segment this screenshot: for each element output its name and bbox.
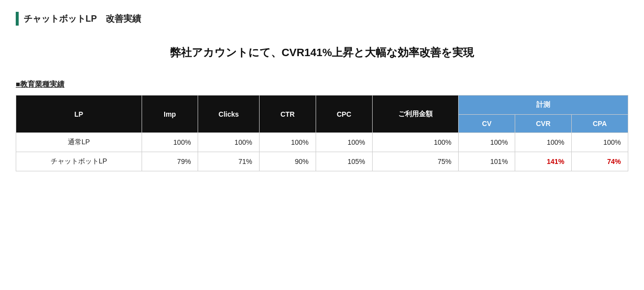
col-header-cpa: CPA: [571, 115, 628, 133]
cell-cvr: 141%: [515, 152, 572, 171]
cell-clicks: 71%: [198, 152, 260, 171]
col-header-cv: CV: [459, 115, 515, 133]
table-row: チャットボットLP79%71%90%105%75%101%141%74%: [16, 152, 628, 171]
cell-cpc: 100%: [316, 133, 372, 152]
cell-lp: 通常LP: [16, 133, 142, 152]
col-header-cvr: CVR: [515, 115, 572, 133]
cell-usage: 75%: [372, 152, 459, 171]
col-header-ctr: CTR: [259, 96, 316, 133]
col-header-cpc: CPC: [316, 96, 372, 133]
col-header-usage: ご利用金額: [372, 96, 459, 133]
cell-lp: チャットボットLP: [16, 152, 142, 171]
cell-cpa: 74%: [571, 152, 628, 171]
cell-imp: 100%: [142, 133, 198, 152]
cell-usage: 100%: [372, 133, 459, 152]
cell-ctr: 90%: [259, 152, 316, 171]
col-header-clicks: Clicks: [198, 96, 260, 133]
cell-cv: 100%: [459, 133, 515, 152]
col-header-keisoku: 計測: [459, 96, 628, 115]
header-accent-bar: [16, 12, 19, 26]
page-title: チャットボットLP 改善実績: [24, 13, 141, 25]
page-header: チャットボットLP 改善実績: [16, 12, 628, 26]
table-row: 通常LP100%100%100%100%100%100%100%100%: [16, 133, 628, 152]
cell-cpa: 100%: [571, 133, 628, 152]
cell-cpc: 105%: [316, 152, 372, 171]
col-header-imp: Imp: [142, 96, 198, 133]
cell-clicks: 100%: [198, 133, 260, 152]
cell-ctr: 100%: [259, 133, 316, 152]
col-header-lp: LP: [16, 96, 142, 133]
cell-imp: 79%: [142, 152, 198, 171]
cell-cv: 101%: [459, 152, 515, 171]
main-headline: 弊社アカウントにて、CVR141%上昇と大幅な効率改善を実現: [16, 45, 628, 60]
section-title: ■教育業種実績: [16, 80, 628, 89]
cell-cvr: 100%: [515, 133, 572, 152]
performance-table: LP Imp Clicks CTR CPC ご利用金額 計測 CV CVR CP…: [16, 95, 628, 171]
